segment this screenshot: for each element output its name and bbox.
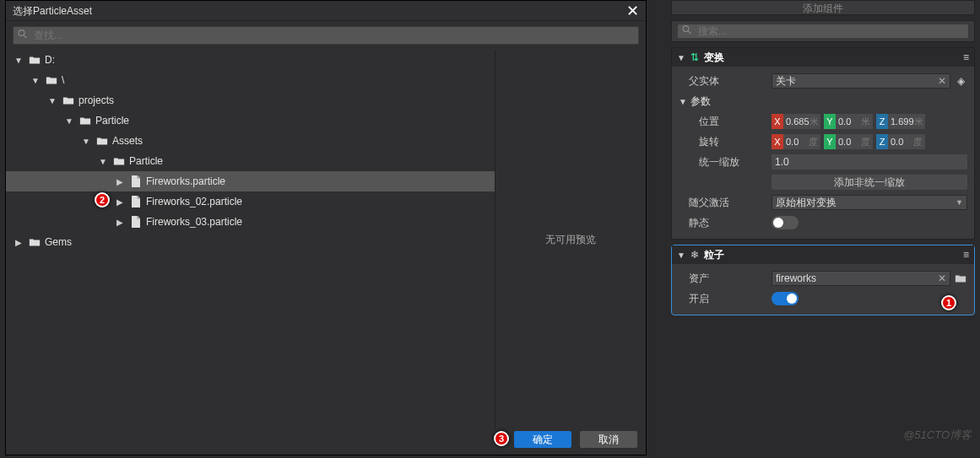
chevron-down-icon: ▼ bbox=[677, 251, 685, 260]
svg-point-2 bbox=[683, 26, 689, 32]
follow-parent-label: 随父激活 bbox=[679, 196, 772, 210]
inspector-panel: 添加组件 ▼ ⇅ 变换 ≡ 父实体 关卡 ✕ ◈ bbox=[671, 0, 975, 321]
enable-toggle[interactable] bbox=[772, 292, 799, 305]
params-label: 参数 bbox=[690, 94, 711, 109]
rotation-x[interactable]: X0.0度 bbox=[772, 134, 820, 149]
follow-parent-select[interactable]: 原始相对变换 ▼ bbox=[772, 195, 967, 210]
file-icon bbox=[129, 175, 143, 188]
particle-header[interactable]: ▼ ❄ 粒子 ≡ bbox=[672, 245, 974, 264]
locate-icon[interactable]: ◈ bbox=[954, 74, 967, 88]
hamburger-icon[interactable]: ≡ bbox=[963, 51, 969, 63]
cancel-button[interactable]: 取消 bbox=[580, 431, 637, 448]
tree-row[interactable]: ▶Fireworks_02.particle bbox=[6, 191, 495, 212]
tree-label: \ bbox=[62, 74, 64, 86]
folder-icon[interactable] bbox=[954, 272, 967, 285]
inspector-search-input[interactable] bbox=[677, 24, 969, 39]
folder-icon bbox=[112, 154, 126, 168]
chevron-down-icon[interactable]: ▼ bbox=[679, 97, 687, 106]
tree-row[interactable]: ▶Gems bbox=[6, 232, 495, 252]
chevron-right-icon[interactable]: ▶ bbox=[114, 197, 126, 207]
parent-label: 父实体 bbox=[679, 74, 772, 89]
static-toggle[interactable] bbox=[772, 216, 799, 229]
clear-icon[interactable]: ✕ bbox=[938, 272, 946, 284]
hamburger-icon[interactable]: ≡ bbox=[963, 249, 969, 261]
tree-row[interactable]: ▼Assets bbox=[6, 131, 495, 151]
chevron-down-icon[interactable]: ▼ bbox=[30, 76, 41, 85]
chevron-down-icon[interactable]: ▼ bbox=[97, 157, 109, 166]
position-z[interactable]: Z1.699米 bbox=[876, 114, 925, 129]
chevron-down-icon[interactable]: ▼ bbox=[13, 56, 24, 65]
position-y[interactable]: Y0.0米 bbox=[824, 114, 873, 129]
svg-line-3 bbox=[689, 31, 691, 34]
annotation-3: 3 bbox=[494, 431, 509, 446]
tree-label: Fireworks.particle bbox=[146, 175, 225, 187]
static-row: 静态 bbox=[679, 213, 967, 232]
folder-icon bbox=[28, 235, 41, 249]
file-icon bbox=[129, 195, 143, 208]
position-row: 位置 X0.685米 Y0.0米 Z1.699米 bbox=[679, 112, 967, 131]
tree-label: Particle bbox=[95, 115, 129, 127]
tree-row[interactable]: ▼D: bbox=[6, 50, 495, 70]
position-label: 位置 bbox=[679, 115, 772, 129]
asset-row: 资产 fireworks ✕ bbox=[679, 269, 967, 288]
asset-value: fireworks bbox=[776, 272, 816, 284]
dialog-search-input[interactable] bbox=[13, 26, 639, 45]
folder-icon bbox=[28, 53, 41, 67]
chevron-down-icon[interactable]: ▼ bbox=[80, 137, 92, 146]
transform-body: 父实体 关卡 ✕ ◈ ▼ 参数 位置 X0.685米 Y0.0米 Z1 bbox=[672, 67, 974, 239]
svg-line-1 bbox=[24, 35, 27, 38]
tree-row[interactable]: ▼Particle bbox=[6, 151, 495, 171]
particle-body: 资产 fireworks ✕ 开启 bbox=[672, 264, 974, 315]
static-label: 静态 bbox=[679, 216, 772, 230]
particle-title: 粒子 bbox=[704, 248, 958, 262]
tree-label: Assets bbox=[112, 135, 143, 147]
follow-parent-row: 随父激活 原始相对变换 ▼ bbox=[679, 193, 967, 212]
enable-label: 开启 bbox=[679, 292, 772, 306]
params-row: ▼ 参数 bbox=[679, 92, 967, 110]
inspector-search-row bbox=[671, 20, 975, 42]
tree-row[interactable]: ▶Fireworks.particle bbox=[6, 171, 495, 191]
chevron-right-icon[interactable]: ▶ bbox=[13, 238, 24, 247]
asset-label: 资产 bbox=[679, 272, 772, 286]
rotation-row: 旋转 X0.0度 Y0.0度 Z0.0度 bbox=[679, 132, 967, 151]
tree-label: D: bbox=[45, 54, 55, 66]
rotation-z[interactable]: Z0.0度 bbox=[876, 134, 925, 149]
dialog-titlebar: 选择ParticleAsset ✕ bbox=[6, 1, 646, 21]
dialog-search-row bbox=[13, 26, 639, 45]
chevron-down-icon[interactable]: ▼ bbox=[63, 116, 75, 126]
search-icon bbox=[18, 30, 28, 42]
tree-label: Fireworks_03.particle bbox=[146, 216, 242, 228]
svg-point-0 bbox=[19, 30, 24, 36]
folder-icon bbox=[95, 134, 109, 148]
asset-select[interactable]: fireworks ✕ bbox=[772, 271, 950, 286]
follow-parent-value: 原始相对变换 bbox=[776, 196, 837, 210]
preview-text: 无可用预览 bbox=[545, 233, 596, 247]
add-non-uniform-button[interactable]: 添加非统一缩放 bbox=[772, 175, 967, 190]
add-component-label: 添加组件 bbox=[803, 3, 843, 14]
rotation-y[interactable]: Y0.0度 bbox=[824, 134, 873, 149]
add-component-button[interactable]: 添加组件 bbox=[671, 0, 975, 15]
close-icon[interactable]: ✕ bbox=[626, 1, 639, 21]
ok-button[interactable]: 确定 bbox=[514, 431, 571, 448]
position-x[interactable]: X0.685米 bbox=[772, 114, 820, 129]
parent-select[interactable]: 关卡 ✕ bbox=[772, 73, 950, 89]
particle-asset-dialog: 选择ParticleAsset ✕ ▼D:▼\▼projects▼Particl… bbox=[5, 0, 647, 455]
tree-row[interactable]: ▶Fireworks_03.particle bbox=[6, 212, 495, 232]
scale-input[interactable]: 1.0 bbox=[772, 154, 967, 170]
transform-icon: ⇅ bbox=[690, 51, 699, 63]
dialog-title: 选择ParticleAsset bbox=[13, 1, 92, 21]
annotation-1: 1 bbox=[941, 295, 956, 310]
tree-row[interactable]: ▼\ bbox=[6, 70, 495, 90]
dialog-buttons: 确定 取消 bbox=[514, 431, 637, 448]
tree-row[interactable]: ▼projects bbox=[6, 90, 495, 110]
asset-tree[interactable]: ▼D:▼\▼projects▼Particle▼Assets▼Particle▶… bbox=[6, 50, 495, 429]
preview-pane: 无可用预览 bbox=[495, 50, 646, 429]
tree-label: projects bbox=[79, 94, 114, 106]
chevron-down-icon[interactable]: ▼ bbox=[46, 96, 58, 105]
chevron-right-icon[interactable]: ▶ bbox=[114, 218, 126, 227]
annotation-2: 2 bbox=[95, 192, 110, 207]
clear-icon[interactable]: ✕ bbox=[938, 75, 946, 87]
transform-header[interactable]: ▼ ⇅ 变换 ≡ bbox=[672, 48, 974, 67]
tree-row[interactable]: ▼Particle bbox=[6, 110, 495, 131]
chevron-right-icon[interactable]: ▶ bbox=[114, 177, 126, 186]
